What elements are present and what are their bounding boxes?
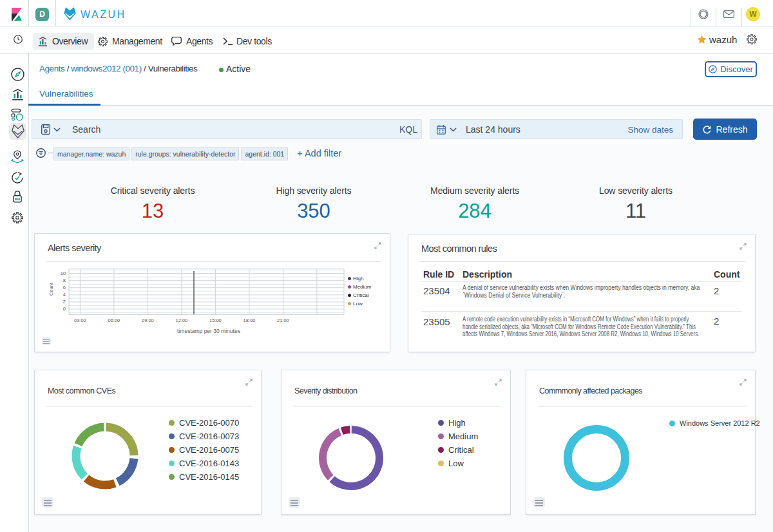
svg-text:6: 6 — [63, 285, 66, 290]
svg-text:2: 2 — [63, 299, 66, 305]
svg-text:0: 0 — [63, 306, 66, 312]
svg-text:8: 8 — [63, 278, 66, 283]
svg-text:10: 10 — [61, 271, 66, 276]
svg-text:03:00: 03:00 — [74, 318, 86, 323]
svg-text:06:00: 06:00 — [108, 318, 120, 323]
svg-text:12:00: 12:00 — [176, 318, 188, 323]
svg-text:15:00: 15:00 — [209, 318, 222, 323]
svg-text:USB: USB — [15, 198, 19, 200]
svg-text:4: 4 — [63, 292, 66, 298]
svg-text:21:00: 21:00 — [277, 318, 289, 323]
svg-text:18:00: 18:00 — [243, 318, 256, 323]
svg-text:09:00: 09:00 — [142, 318, 154, 323]
